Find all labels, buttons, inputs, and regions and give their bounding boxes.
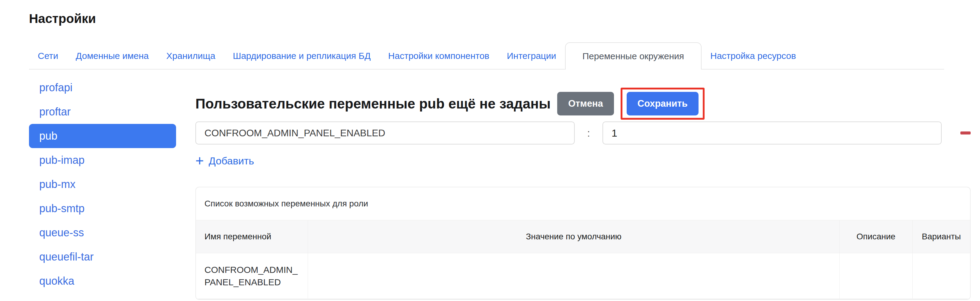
remove-variable-minus-icon[interactable]: [960, 131, 970, 134]
column-header-variants: Варианты: [912, 220, 970, 253]
table-header-row: Имя переменной Значение по умолчанию Опи…: [196, 220, 970, 253]
add-variable-button[interactable]: + Добавить: [196, 155, 254, 167]
tab-db-sharding-replication[interactable]: Шардирование и репликация БД: [224, 42, 379, 70]
variable-name-input[interactable]: [196, 121, 575, 145]
possible-variables-card: Список возможных переменных для роли Имя…: [196, 187, 970, 300]
environment-variables-panel: Пользовательские переменные pub ещё не з…: [196, 87, 970, 300]
sidebar-item-quokka[interactable]: quokka: [29, 269, 176, 293]
save-button-highlight: Сохранить: [620, 88, 705, 119]
column-header-description: Описание: [839, 220, 912, 253]
table-row[interactable]: CONFROOM_ADMIN_PANEL_ENABLED: [196, 253, 970, 299]
cancel-button[interactable]: Отмена: [557, 92, 614, 115]
save-button[interactable]: Сохранить: [627, 92, 698, 115]
sidebar-item-queue-ss[interactable]: queue-ss: [29, 221, 176, 245]
possible-variables-caption: Список возможных переменных для роли: [196, 187, 970, 220]
column-header-variable-name: Имя переменной: [196, 220, 308, 253]
tab-resource-settings[interactable]: Настройка ресурсов: [702, 42, 805, 70]
page-title: Настройки: [29, 11, 96, 26]
variable-value-input[interactable]: [603, 121, 942, 145]
column-header-default-value: Значение по умолчанию: [308, 220, 839, 253]
panel-heading-row: Пользовательские переменные pub ещё не з…: [196, 87, 970, 120]
roles-sidebar: profapi proftar pub pub-imap pub-mx pub-…: [29, 76, 176, 293]
sidebar-item-queuefil-tar[interactable]: queuefil-tar: [29, 245, 176, 269]
sidebar-item-pub-mx[interactable]: pub-mx: [29, 172, 176, 196]
panel-heading: Пользовательские переменные pub ещё не з…: [196, 96, 550, 112]
variable-editor-row: :: [196, 121, 970, 145]
plus-icon: +: [196, 155, 204, 167]
key-value-separator: :: [575, 127, 603, 139]
tab-environment-variables[interactable]: Переменные окружения: [565, 42, 702, 70]
settings-tabbar: Сети Доменные имена Хранилища Шардирован…: [29, 42, 944, 70]
cell-description: [839, 253, 912, 299]
sidebar-item-proftar[interactable]: proftar: [29, 100, 176, 124]
cell-variable-name: CONFROOM_ADMIN_PANEL_ENABLED: [196, 253, 308, 299]
sidebar-item-pub[interactable]: pub: [29, 124, 176, 148]
tab-component-settings[interactable]: Настройки компонентов: [379, 42, 498, 70]
tab-domain-names[interactable]: Доменные имена: [67, 42, 158, 70]
sidebar-item-profapi[interactable]: profapi: [29, 76, 176, 100]
sidebar-item-pub-imap[interactable]: pub-imap: [29, 148, 176, 172]
tab-storages[interactable]: Хранилища: [158, 42, 224, 70]
cell-default-value: [308, 253, 839, 299]
cell-variants: [912, 253, 970, 299]
add-variable-label: Добавить: [209, 155, 254, 167]
sidebar-item-pub-smtp[interactable]: pub-smtp: [29, 196, 176, 221]
tab-integrations[interactable]: Интеграции: [498, 42, 565, 70]
tab-networks[interactable]: Сети: [29, 42, 67, 70]
